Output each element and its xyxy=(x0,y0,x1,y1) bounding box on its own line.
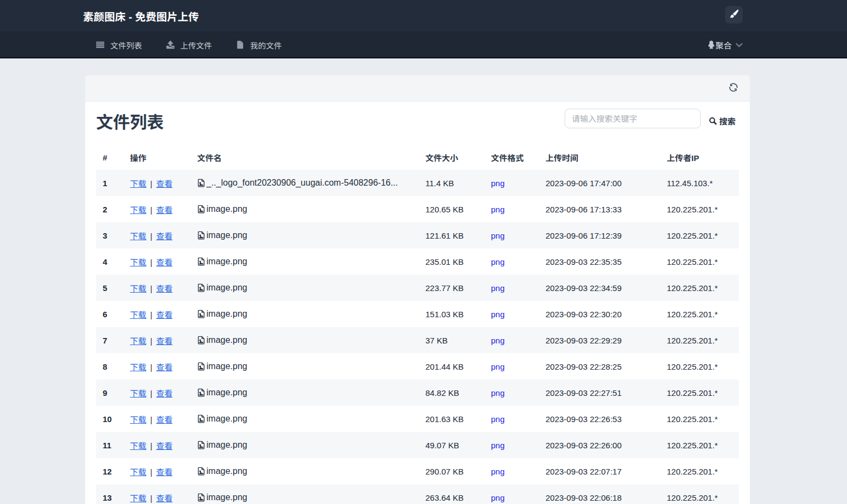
download-link[interactable]: 下载 xyxy=(130,205,146,215)
cell-time: 2023-09-03 22:30:20 xyxy=(539,301,660,327)
filename-wrap: image.png xyxy=(197,440,412,450)
nav-item-label: 我的文件 xyxy=(250,39,282,51)
format-link[interactable]: png xyxy=(491,257,505,266)
file-table: # 操作 文件名 文件大小 文件格式 上传时间 上传者IP 1下载|查看_.._… xyxy=(96,145,739,504)
site-title: 素颜图床 - 免费图片上传 xyxy=(83,8,199,24)
search-input[interactable] xyxy=(565,109,701,128)
format-link[interactable]: png xyxy=(491,441,505,450)
cell-filename: image.png xyxy=(191,196,419,222)
view-link[interactable]: 查看 xyxy=(156,415,173,424)
cell-actions: 下载|查看 xyxy=(123,248,191,275)
cell-filename: image.png xyxy=(191,248,419,275)
table-row: 5下载|查看image.png223.77 KBpng2023-09-03 22… xyxy=(96,275,739,301)
format-link[interactable]: png xyxy=(491,231,505,240)
refresh-icon xyxy=(728,82,738,94)
download-link[interactable]: 下载 xyxy=(130,389,146,398)
view-link[interactable]: 查看 xyxy=(156,232,173,241)
cell-ip: 120.225.201.* xyxy=(660,301,739,327)
view-link[interactable]: 查看 xyxy=(156,494,173,503)
view-link[interactable]: 查看 xyxy=(156,389,173,398)
nav-item-label: 上传文件 xyxy=(180,39,212,51)
view-link[interactable]: 查看 xyxy=(156,179,173,188)
download-link[interactable]: 下载 xyxy=(130,494,146,503)
table-row: 7下载|查看image.png37 KBpng2023-09-03 22:29:… xyxy=(96,327,739,353)
download-link[interactable]: 下载 xyxy=(130,232,146,241)
cell-format: png xyxy=(484,222,539,248)
filename-text: _.._logo_font20230906_uugai.com-5408296-… xyxy=(206,178,398,188)
filename-text: image.png xyxy=(206,466,247,476)
cell-actions: 下载|查看 xyxy=(123,196,191,222)
file-image-icon xyxy=(197,441,205,449)
download-link[interactable]: 下载 xyxy=(130,336,146,346)
download-link[interactable]: 下载 xyxy=(130,284,146,293)
cell-size: 223.77 KB xyxy=(419,275,484,301)
filename-wrap: image.png xyxy=(197,257,412,266)
nav-item-my-files[interactable]: 我的文件 xyxy=(224,32,294,57)
format-link[interactable]: png xyxy=(491,493,505,502)
cell-ip: 120.225.201.* xyxy=(660,248,739,275)
search-button[interactable]: 搜索 xyxy=(709,115,736,127)
download-link[interactable]: 下载 xyxy=(130,363,146,372)
action-separator: | xyxy=(146,310,156,319)
download-link[interactable]: 下载 xyxy=(130,441,146,450)
filename-text: image.png xyxy=(206,257,247,266)
format-link[interactable]: png xyxy=(491,362,505,371)
format-link[interactable]: png xyxy=(491,388,505,398)
file-icon xyxy=(236,40,245,49)
cell-actions: 下载|查看 xyxy=(123,327,191,353)
format-link[interactable]: png xyxy=(491,467,505,476)
download-link[interactable]: 下载 xyxy=(130,467,146,477)
cell-format: png xyxy=(484,406,539,432)
file-image-icon xyxy=(197,336,205,345)
filename-text: image.png xyxy=(206,361,247,371)
table-row: 2下载|查看image.png120.65 KBpng2023-09-06 17… xyxy=(96,196,739,222)
table-row: 8下载|查看image.png201.44 KBpng2023-09-03 22… xyxy=(96,353,739,380)
col-actions: 操作 xyxy=(123,145,191,170)
file-image-icon xyxy=(197,257,205,266)
download-link[interactable]: 下载 xyxy=(130,179,146,188)
format-link[interactable]: png xyxy=(491,310,505,319)
view-link[interactable]: 查看 xyxy=(156,310,173,319)
cell-ip: 120.225.201.* xyxy=(660,196,739,222)
download-link[interactable]: 下载 xyxy=(130,310,146,319)
cell-time: 2023-09-03 22:26:53 xyxy=(539,406,660,432)
format-link[interactable]: png xyxy=(491,205,505,214)
format-link[interactable]: png xyxy=(491,336,505,345)
refresh-button[interactable] xyxy=(728,82,738,94)
cell-filename: image.png xyxy=(191,380,419,406)
action-separator: | xyxy=(146,467,156,477)
file-image-icon xyxy=(197,310,205,318)
format-link[interactable]: png xyxy=(491,179,505,188)
view-link[interactable]: 查看 xyxy=(156,258,173,267)
format-link[interactable]: png xyxy=(491,414,505,424)
theme-toggle-button[interactable] xyxy=(725,6,743,23)
format-link[interactable]: png xyxy=(491,283,505,293)
cell-format: png xyxy=(484,380,539,406)
view-link[interactable]: 查看 xyxy=(156,284,173,293)
view-link[interactable]: 查看 xyxy=(156,363,173,372)
cell-ip: 120.225.201.* xyxy=(660,222,739,248)
nav-item-file-list[interactable]: 文件列表 xyxy=(84,32,154,57)
nav-item-upload[interactable]: 上传文件 xyxy=(154,32,224,57)
download-link[interactable]: 下载 xyxy=(130,415,146,424)
cell-size: 290.07 KB xyxy=(419,458,484,484)
cell-filename: image.png xyxy=(191,353,419,380)
view-link[interactable]: 查看 xyxy=(156,441,173,450)
action-separator: | xyxy=(146,415,156,424)
file-image-icon xyxy=(197,467,205,476)
view-link[interactable]: 查看 xyxy=(156,336,173,346)
filename-wrap: image.png xyxy=(197,361,412,371)
download-link[interactable]: 下载 xyxy=(130,258,146,267)
cell-ip: 120.225.201.* xyxy=(660,432,739,458)
view-link[interactable]: 查看 xyxy=(156,467,173,477)
table-row: 4下载|查看image.png235.01 KBpng2023-09-03 22… xyxy=(96,248,739,275)
filename-text: image.png xyxy=(206,283,247,293)
view-link[interactable]: 查看 xyxy=(156,205,173,215)
user-menu[interactable]: 聚合 xyxy=(708,32,743,57)
cell-filename: image.png xyxy=(191,275,419,301)
filename-text: image.png xyxy=(206,493,247,502)
search-button-label: 搜索 xyxy=(719,115,736,127)
cell-actions: 下载|查看 xyxy=(123,458,191,484)
cell-ip: 112.45.103.* xyxy=(660,170,739,196)
cell-index: 12 xyxy=(96,458,123,484)
